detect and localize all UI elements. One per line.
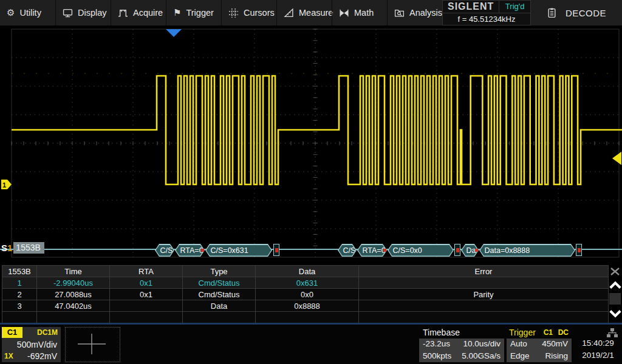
- trigger-source-badge: C1: [542, 328, 555, 337]
- menu-item-math[interactable]: Math: [332, 0, 387, 25]
- menu-item-label: Utility: [19, 8, 41, 18]
- menu-item-display[interactable]: Display: [55, 0, 111, 25]
- menu-item-label: Trigger: [186, 8, 213, 18]
- scroll-down-button[interactable]: [608, 306, 622, 322]
- channel1-zero-label: 1: [2, 181, 6, 189]
- table-scroll-controls: [608, 265, 622, 323]
- decode-error-marker: [273, 244, 279, 256]
- measure-icon: [284, 8, 294, 18]
- timebase-points: 500kpts: [423, 351, 451, 360]
- menu-item-measure[interactable]: Measure: [276, 0, 332, 25]
- trigger-position-marker[interactable]: [166, 29, 182, 37]
- truncation-dot: [383, 249, 386, 252]
- trigger-coupling: DC: [558, 328, 569, 337]
- menu-item-utility[interactable]: ⚙Utility: [0, 0, 55, 25]
- siglent-logo: SIGLENT: [443, 1, 499, 12]
- menu-item-cursors[interactable]: Cursors: [221, 0, 276, 25]
- channel1-coupling: DC1M: [37, 328, 58, 337]
- display-icon: [63, 8, 73, 18]
- trigger-mode: Auto: [510, 339, 527, 348]
- decode-bubble: C/S: [338, 244, 357, 257]
- trigger-status-badge: Trig'd: [499, 1, 530, 13]
- table-row[interactable]: 347.0402us Data0x8888: [2, 300, 609, 312]
- scrollbar-thumb[interactable]: [609, 293, 621, 305]
- trigger-title: Trigger: [509, 328, 536, 337]
- menu-item-trigger[interactable]: ⚑Trigger: [166, 0, 221, 25]
- channel1-offset: -692mV: [27, 351, 57, 361]
- crosshair-icon: [66, 328, 118, 360]
- timebase-samplerate: 5.00GSa/s: [462, 351, 501, 360]
- waveform-trace: [12, 76, 622, 184]
- datetime-box: 15:40:29 2019/2/1: [574, 327, 622, 362]
- network-icon: [606, 328, 618, 338]
- channel1-scale: 500mV/div: [17, 340, 57, 349]
- clock-date: 2019/2/1: [574, 351, 622, 360]
- menu-item-decode[interactable]: DECODE: [531, 0, 622, 25]
- menu-item-label: Display: [78, 8, 107, 18]
- decode-bus-label[interactable]: S 1 1553B: [1, 241, 44, 254]
- menu-item-acquire[interactable]: Acquire: [111, 0, 166, 25]
- timebase-panel[interactable]: Timebase -23.2us 10.0us/div 500kpts 5.00…: [419, 327, 504, 362]
- gear-icon: ⚙: [7, 8, 15, 18]
- trigger-type: Edge: [510, 351, 530, 360]
- logo-block: SIGLENT Trig'd f = 45.51234kHz: [442, 0, 531, 25]
- timebase-title: Timebase: [423, 328, 460, 337]
- channel1-badge: C1: [2, 327, 22, 338]
- clock-time: 15:40:29: [574, 339, 622, 348]
- table-bottom-divider: [0, 323, 622, 325]
- decode-error-marker: [454, 244, 460, 256]
- decode-label: DECODE: [566, 8, 606, 18]
- decode-error-marker: [576, 244, 582, 256]
- acquire-icon: [118, 8, 128, 18]
- menu-item-label: Math: [354, 8, 374, 18]
- waveform-display: 1 S 1 1553B C/SRTA=0xC/S=0x631C/SRTA=0xC…: [0, 27, 622, 267]
- waveform-layer: 1: [0, 27, 622, 267]
- decode-bubble: C/S: [155, 244, 174, 257]
- decode-bubble: RTA=0x: [175, 244, 205, 257]
- menu-item-label: Analysis: [409, 8, 442, 18]
- analysis-icon: [394, 8, 405, 18]
- decode-bubble: Data: [461, 244, 479, 257]
- decode-table-wrap: 1553BTimeRTATypeDataError1-2.99040us0x1C…: [2, 265, 608, 323]
- decode-bubble: RTA=0x: [357, 244, 387, 257]
- trigger-panel[interactable]: Trigger C1 DC Auto 450mV Edge Rising: [507, 327, 572, 362]
- table-header-row: 1553BTimeRTATypeDataError: [2, 266, 609, 277]
- truncation-dot: [475, 249, 478, 252]
- menu-item-label: Acquire: [133, 8, 163, 18]
- decode-table: 1553BTimeRTATypeDataError1-2.99040us0x1C…: [2, 265, 609, 323]
- trigger-level: 450mV: [542, 339, 568, 348]
- trigger-slope: Rising: [545, 351, 568, 360]
- decode-icon: [547, 8, 557, 18]
- scroll-up-button[interactable]: [608, 278, 622, 292]
- channel1-probe: 1X: [4, 352, 13, 360]
- bus-source-prefix: S: [1, 243, 7, 253]
- menu-bar: ⚙UtilityDisplayAcquire⚑TriggerCursorsMea…: [0, 0, 622, 27]
- cursors-icon: [228, 8, 239, 18]
- table-close-button[interactable]: [608, 265, 622, 277]
- decode-bubbles: C/SRTA=0xC/S=0x631C/SRTA=0xC/S=0x0DataDa…: [0, 244, 622, 257]
- math-icon: [339, 8, 349, 18]
- menu-item-analysis[interactable]: Analysis: [387, 0, 442, 25]
- decode-bubble: C/S=0x631: [205, 244, 272, 257]
- channel1-descriptor[interactable]: C1 DC1M 500mV/div 1X -692mV: [2, 327, 61, 362]
- bus-source-index: 1: [7, 243, 12, 253]
- timebase-scale: 10.0us/div: [463, 339, 501, 348]
- oscilloscope-screen: ⚙UtilityDisplayAcquire⚑TriggerCursorsMea…: [0, 0, 622, 364]
- decode-bubble: C/S=0x0: [388, 244, 454, 257]
- menu-item-label: Measure: [299, 8, 333, 18]
- table-row[interactable]: 227.0088us0x1Cmd/Status0x0Parity: [2, 289, 609, 300]
- bus-protocol-badge: 1553B: [13, 242, 44, 254]
- table-row[interactable]: [2, 312, 609, 323]
- truncation-dot: [201, 249, 204, 252]
- table-row[interactable]: 1-2.99040us0x1Cmd/Status0x631: [2, 277, 609, 289]
- empty-channel-slot: [65, 327, 120, 362]
- decode-bubble: Data=0x8888: [479, 244, 575, 257]
- trigger-level-marker[interactable]: [612, 152, 621, 165]
- timebase-delay: -23.2us: [423, 339, 450, 348]
- frequency-readout: f = 45.51234kHz: [443, 13, 530, 25]
- status-bar: C1 DC1M 500mV/div 1X -692mV Timebase -23…: [0, 325, 622, 364]
- menu-item-label: Cursors: [244, 8, 275, 18]
- flag-icon: ⚑: [173, 8, 181, 18]
